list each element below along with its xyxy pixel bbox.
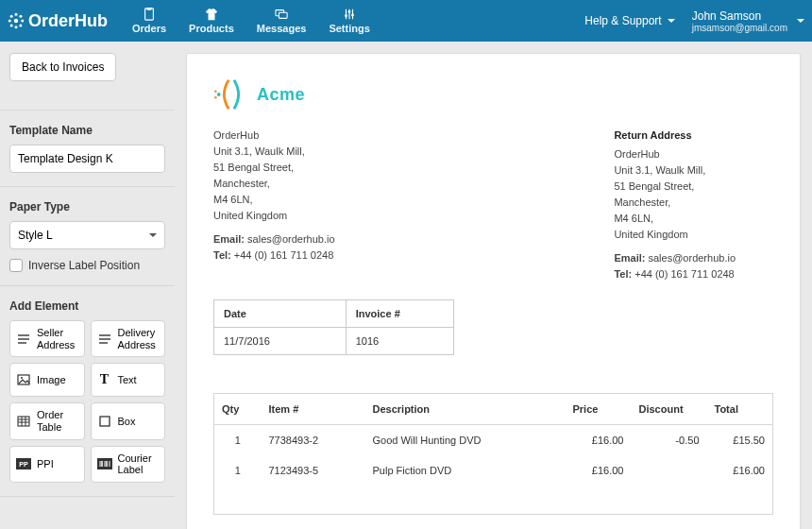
company-logo-block: Acme <box>213 77 773 112</box>
svg-point-16 <box>345 14 347 17</box>
app-brand: OrderHub <box>8 11 108 31</box>
nav-messages[interactable]: Messages <box>245 0 318 42</box>
svg-point-1 <box>15 13 18 16</box>
template-name-input[interactable] <box>9 145 165 173</box>
nav-products[interactable]: Products <box>178 0 245 42</box>
add-text-button[interactable]: T Text <box>91 363 166 397</box>
company-name: Acme <box>257 85 305 105</box>
table-row: 1 7738493-2 Good Will Hunting DVD £16.00… <box>214 425 773 456</box>
box-icon <box>97 414 112 429</box>
lines-icon <box>16 332 31 347</box>
from-address: OrderHub Unit 3.1, Waulk Mill, 51 Bengal… <box>213 128 335 282</box>
ppi-icon: PP <box>16 456 31 471</box>
svg-point-2 <box>15 26 18 28</box>
chevron-down-icon <box>797 19 804 23</box>
svg-point-17 <box>348 10 351 13</box>
svg-point-42 <box>214 90 216 92</box>
svg-point-7 <box>19 15 22 18</box>
add-ppi-button[interactable]: PP PPI <box>9 446 85 483</box>
svg-rect-12 <box>279 12 287 18</box>
add-image-button[interactable]: Image <box>9 363 85 397</box>
add-box-button[interactable]: Box <box>91 402 166 439</box>
nav-settings[interactable]: Settings <box>317 0 381 42</box>
svg-point-4 <box>21 20 24 23</box>
svg-point-5 <box>10 15 13 18</box>
line-items-table: Qty Item # Description Price Discount To… <box>213 393 773 515</box>
svg-point-6 <box>19 24 22 26</box>
inverse-label-checkbox[interactable]: Inverse Label Position <box>9 259 165 272</box>
svg-rect-32 <box>100 417 110 426</box>
invoice-sheet: Acme OrderHub Unit 3.1, Waulk Mill, 51 B… <box>186 53 801 529</box>
clipboard-icon <box>143 8 156 21</box>
invoice-preview-pane: Acme OrderHub Unit 3.1, Waulk Mill, 51 B… <box>175 42 812 529</box>
add-element-label: Add Element <box>9 299 165 313</box>
return-address: Return Address OrderHub Unit 3.1, Waulk … <box>614 128 736 282</box>
add-courier-label-button[interactable]: Courier Label <box>91 446 166 483</box>
lines-icon <box>97 332 112 347</box>
svg-point-43 <box>214 96 216 98</box>
user-menu[interactable]: John Samson jmsamson@gmail.com <box>692 9 804 33</box>
barcode-icon <box>97 456 112 471</box>
svg-rect-9 <box>145 9 154 20</box>
paper-type-label: Paper Type <box>9 200 165 213</box>
tshirt-icon <box>205 8 218 21</box>
table-icon <box>16 414 31 429</box>
svg-rect-27 <box>18 417 29 426</box>
svg-text:PP: PP <box>19 461 28 468</box>
invoice-meta-table: DateInvoice # 11/7/20161016 <box>213 299 454 355</box>
paper-type-select[interactable] <box>9 221 165 249</box>
back-to-invoices-button[interactable]: Back to Invoices <box>9 53 116 81</box>
acme-logo-icon <box>213 77 249 112</box>
table-row: 1 7123493-5 Pulp Fiction DVD £16.00 £16.… <box>214 455 773 515</box>
user-email: jmsamson@gmail.com <box>692 23 787 33</box>
chevron-down-icon <box>668 19 675 23</box>
svg-rect-10 <box>146 8 151 10</box>
text-icon: T <box>97 372 112 387</box>
help-support-menu[interactable]: Help & Support <box>584 14 674 27</box>
image-icon <box>16 372 31 387</box>
svg-point-18 <box>351 13 354 16</box>
add-order-table-button[interactable]: Order Table <box>9 402 85 439</box>
svg-point-0 <box>14 19 19 24</box>
brand-text: OrderHub <box>28 11 108 31</box>
sliders-icon <box>343 8 356 21</box>
checkbox-box <box>9 259 23 272</box>
user-name: John Samson <box>692 9 787 23</box>
messages-icon <box>275 8 288 21</box>
svg-point-26 <box>21 377 23 379</box>
template-name-label: Template Name <box>9 124 165 137</box>
svg-point-41 <box>217 93 221 96</box>
add-seller-address-button[interactable]: Seller Address <box>9 320 85 357</box>
sidebar: Back to Invoices Template Name Paper Typ… <box>0 42 175 529</box>
svg-point-8 <box>10 24 13 26</box>
nav-orders[interactable]: Orders <box>121 0 178 42</box>
hub-icon <box>8 12 25 29</box>
add-delivery-address-button[interactable]: Delivery Address <box>91 320 166 357</box>
svg-point-3 <box>8 20 11 23</box>
